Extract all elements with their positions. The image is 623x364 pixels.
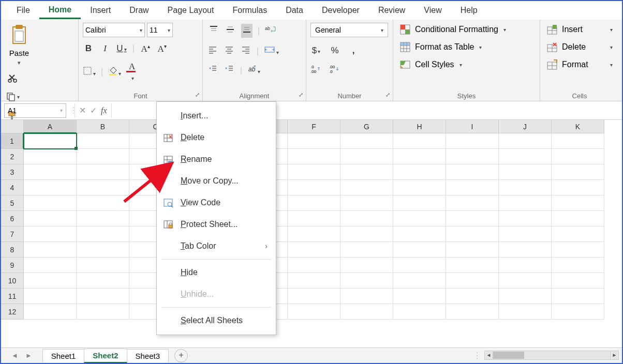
enter-formula-button[interactable]: ✓ — [90, 105, 97, 115]
menu-page-layout[interactable]: Page Layout — [158, 3, 224, 18]
cell-K8[interactable] — [552, 242, 604, 257]
dialog-launcher-icon[interactable]: ⤢ — [297, 92, 304, 99]
cell-styles-button[interactable]: Cell Styles▾ — [399, 59, 533, 70]
row-header-4[interactable]: 4 — [1, 180, 24, 195]
row-header-11[interactable]: 11 — [1, 289, 24, 304]
comma-button[interactable]: , — [348, 46, 359, 56]
horizontal-scrollbar[interactable]: ◄ ► — [484, 351, 619, 360]
row-header-8[interactable]: 8 — [1, 242, 24, 257]
cell-F5[interactable] — [288, 195, 340, 211]
align-top-button[interactable] — [208, 25, 219, 37]
font-color-button[interactable]: A▾ — [126, 62, 138, 83]
cell-G11[interactable] — [340, 289, 393, 304]
cell-G5[interactable] — [340, 195, 393, 211]
cell-K1[interactable] — [552, 133, 604, 149]
cell-J4[interactable] — [499, 180, 552, 195]
decrease-indent-button[interactable] — [207, 64, 218, 76]
cell-K12[interactable] — [552, 304, 604, 320]
cell-F11[interactable] — [288, 289, 340, 304]
menu-draw[interactable]: Draw — [120, 3, 158, 18]
cut-button[interactable] — [5, 72, 20, 84]
number-format-select[interactable]: General▾ — [310, 23, 388, 37]
orientation-button[interactable]: ab▾ — [247, 64, 260, 76]
cell-H12[interactable] — [393, 304, 446, 320]
cell-J10[interactable] — [499, 273, 552, 289]
cell-K4[interactable] — [552, 180, 604, 195]
cell-B1[interactable] — [77, 133, 129, 149]
cell-B5[interactable] — [77, 195, 129, 211]
cell-F8[interactable] — [288, 242, 340, 257]
cell-J11[interactable] — [499, 289, 552, 304]
scroll-right-icon[interactable]: ► — [610, 351, 618, 359]
align-middle-button[interactable] — [225, 25, 236, 37]
cell-A12[interactable] — [24, 304, 77, 320]
cell-A5[interactable] — [24, 195, 77, 211]
fx-button[interactable]: fx — [101, 106, 107, 115]
cell-J8[interactable] — [499, 242, 552, 257]
fill-color-button[interactable]: ▾ — [108, 66, 121, 78]
ctx-delete[interactable]: Delete — [157, 127, 276, 148]
menu-formulas[interactable]: Formulas — [223, 3, 276, 18]
cell-K5[interactable] — [552, 195, 604, 211]
cell-J7[interactable] — [499, 226, 552, 242]
cell-K9[interactable] — [552, 257, 604, 273]
cell-J6[interactable] — [499, 211, 552, 226]
borders-button[interactable]: ▾ — [83, 66, 96, 78]
sheet-nav-next[interactable]: ► — [25, 352, 32, 359]
col-header-H[interactable]: H — [393, 120, 446, 133]
col-header-G[interactable]: G — [340, 120, 393, 133]
cell-B10[interactable] — [77, 273, 129, 289]
cell-B8[interactable] — [77, 242, 129, 257]
decrease-font-button[interactable]: A▾ — [156, 43, 168, 54]
scrollbar-thumb[interactable] — [493, 352, 524, 359]
cell-I4[interactable] — [446, 180, 499, 195]
col-header-I[interactable]: I — [446, 120, 499, 133]
cell-I12[interactable] — [446, 304, 499, 320]
cell-J3[interactable] — [499, 164, 552, 180]
increase-indent-button[interactable] — [224, 64, 235, 76]
menu-help[interactable]: Help — [451, 3, 487, 18]
cell-F1[interactable] — [288, 133, 340, 149]
cell-F12[interactable] — [288, 304, 340, 320]
cell-B11[interactable] — [77, 289, 129, 304]
cell-A4[interactable] — [24, 180, 77, 195]
row-header-7[interactable]: 7 — [1, 226, 24, 242]
cell-J5[interactable] — [499, 195, 552, 211]
ctx-select-all-sheets[interactable]: Select All Sheets — [157, 310, 276, 331]
name-box[interactable]: A1▾ — [4, 103, 66, 118]
cell-F9[interactable] — [288, 257, 340, 273]
font-name-select[interactable]: Calibri▾ — [83, 23, 145, 37]
cell-H5[interactable] — [393, 195, 446, 211]
row-header-12[interactable]: 12 — [1, 304, 24, 320]
menu-home[interactable]: Home — [39, 2, 81, 19]
ctx-insert[interactable]: Insert... — [157, 105, 276, 127]
cell-F7[interactable] — [288, 226, 340, 242]
cell-A10[interactable] — [24, 273, 77, 289]
cell-K6[interactable] — [552, 211, 604, 226]
dialog-launcher-icon[interactable]: ⤢ — [194, 92, 201, 99]
cell-B4[interactable] — [77, 180, 129, 195]
increase-decimal-button[interactable]: .0.00 — [310, 64, 322, 76]
cell-A2[interactable] — [24, 149, 77, 164]
cell-H1[interactable] — [393, 133, 446, 149]
format-cells-button[interactable]: Format▾ — [546, 59, 613, 70]
cell-G9[interactable] — [340, 257, 393, 273]
cell-H3[interactable] — [393, 164, 446, 180]
cell-G1[interactable] — [340, 133, 393, 149]
cell-A1[interactable] — [24, 133, 77, 149]
align-center-button[interactable] — [224, 45, 235, 57]
ctx-tab-color[interactable]: Tab Color› — [157, 235, 276, 257]
cell-J12[interactable] — [499, 304, 552, 320]
increase-font-button[interactable]: A▴ — [140, 43, 151, 54]
merge-button[interactable]: ▾ — [264, 45, 279, 57]
cell-H2[interactable] — [393, 149, 446, 164]
cell-K11[interactable] — [552, 289, 604, 304]
cell-K10[interactable] — [552, 273, 604, 289]
menu-developer[interactable]: Developer — [313, 3, 369, 18]
row-header-1[interactable]: 1 — [1, 133, 24, 149]
cell-B12[interactable] — [77, 304, 129, 320]
col-header-K[interactable]: K — [552, 120, 604, 133]
cell-B7[interactable] — [77, 226, 129, 242]
cell-I8[interactable] — [446, 242, 499, 257]
cell-G10[interactable] — [340, 273, 393, 289]
